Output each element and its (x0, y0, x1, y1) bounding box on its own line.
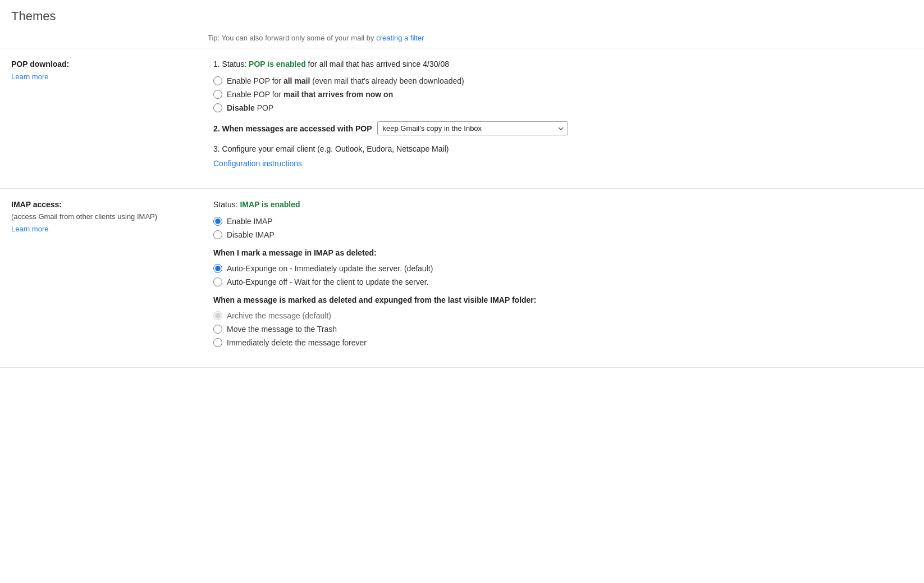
imap-deleted-section: When I mark a message in IMAP as deleted… (213, 248, 913, 286)
imap-expunged-section: When a message is marked as deleted and … (213, 295, 913, 347)
pop-step2: 2. When messages are accessed with POP k… (213, 121, 913, 135)
imap-auto-off-label: Auto-Expunge off - Wait for the client t… (227, 277, 429, 286)
pop-status-line: 1. Status: POP is enabled for all mail t… (213, 60, 913, 69)
pop-step3-label-bold: 3. Configure your email client (213, 144, 315, 153)
pop-download-row: POP download: Learn more 1. Status: POP … (0, 48, 924, 189)
imap-disable-option[interactable]: Disable IMAP (213, 230, 913, 239)
pop-learn-more-link[interactable]: Learn more (11, 72, 48, 81)
imap-trash-label: Move the message to the Trash (227, 325, 337, 334)
pop-content-cell: 1. Status: POP is enabled for all mail t… (191, 48, 924, 189)
imap-deleted-heading: When I mark a message in IMAP as deleted… (213, 248, 913, 257)
imap-expunged-group: Archive the message (default) Move the m… (213, 311, 913, 347)
imap-learn-more-link[interactable]: Learn more (11, 225, 48, 233)
imap-radio-trash[interactable] (213, 325, 222, 334)
pop-status-enabled: POP is enabled (249, 60, 306, 69)
imap-archive-label: Archive the message (default) (227, 311, 331, 320)
tip-text: Tip: You can also forward only some of y… (208, 34, 374, 42)
imap-radio-auto-off[interactable] (213, 277, 222, 286)
imap-auto-off-option[interactable]: Auto-Expunge off - Wait for the client t… (213, 277, 913, 286)
pop-option-now[interactable]: Enable POP for mail that arrives from no… (213, 90, 913, 99)
pop-label-cell: POP download: Learn more (0, 48, 191, 189)
imap-status-enabled: IMAP is enabled (240, 200, 300, 209)
imap-disable-label: Disable IMAP (227, 230, 275, 239)
pop-now-label: Enable POP for mail that arrives from no… (227, 90, 393, 99)
imap-label-cell: IMAP access: (access Gmail from other cl… (0, 189, 191, 368)
imap-archive-option[interactable]: Archive the message (default) (213, 311, 913, 320)
imap-radio-enable[interactable] (213, 217, 222, 226)
pop-status-suffix: for all mail that has arrived since 4/30… (306, 60, 449, 69)
imap-trash-option[interactable]: Move the message to the Trash (213, 325, 913, 334)
pop-label-title: POP download: (11, 60, 180, 69)
pop-options-group: Enable POP for all mail (even mail that'… (213, 76, 913, 112)
pop-step2-label: 2. When messages are accessed with POP (213, 124, 372, 133)
imap-enable-option[interactable]: Enable IMAP (213, 217, 913, 226)
pop-radio-all[interactable] (213, 76, 222, 85)
pop-step2-select[interactable]: keep Gmail's copy in the Inbox archive G… (377, 121, 568, 135)
tip-bar: Tip: You can also forward only some of y… (0, 29, 924, 48)
imap-expunged-heading: When a message is marked as deleted and … (213, 295, 913, 304)
creating-filter-link[interactable]: creating a filter (376, 34, 424, 42)
imap-label-subtitle: (access Gmail from other clients using I… (11, 212, 180, 221)
pop-step2-row: 2. When messages are accessed with POP k… (213, 121, 913, 135)
pop-radio-disable[interactable] (213, 103, 222, 112)
pop-radio-now[interactable] (213, 90, 222, 99)
imap-content-cell: Status: IMAP is enabled Enable IMAP Disa… (191, 189, 924, 368)
pop-disable-label: Disable POP (227, 103, 273, 112)
pop-option-all[interactable]: Enable POP for all mail (even mail that'… (213, 76, 913, 85)
imap-auto-on-option[interactable]: Auto-Expunge on - Immediately update the… (213, 264, 913, 273)
imap-status-prefix: Status: (213, 200, 240, 209)
imap-delete-label: Immediately delete the message forever (227, 338, 367, 347)
imap-status-line: Status: IMAP is enabled (213, 200, 913, 209)
pop-all-label: Enable POP for all mail (even mail that'… (227, 76, 464, 85)
imap-enable-label: Enable IMAP (227, 217, 273, 226)
pop-step3: 3. Configure your email client (e.g. Out… (213, 144, 913, 168)
imap-radio-auto-on[interactable] (213, 264, 222, 273)
imap-access-row: IMAP access: (access Gmail from other cl… (0, 189, 924, 368)
pop-step1: 1. Status: POP is enabled for all mail t… (213, 60, 913, 112)
page-title: Themes (0, 0, 924, 29)
pop-option-disable[interactable]: Disable POP (213, 103, 913, 112)
pop-step3-label: 3. Configure your email client (e.g. Out… (213, 144, 913, 153)
imap-enable-group: Enable IMAP Disable IMAP (213, 217, 913, 239)
imap-label-title: IMAP access: (11, 200, 180, 209)
settings-table: POP download: Learn more 1. Status: POP … (0, 48, 924, 368)
imap-auto-on-label: Auto-Expunge on - Immediately update the… (227, 264, 433, 273)
imap-radio-disable[interactable] (213, 230, 222, 239)
pop-step1-prefix: 1. Status: (213, 60, 249, 69)
imap-radio-archive (213, 311, 222, 320)
imap-deleted-group: Auto-Expunge on - Immediately update the… (213, 264, 913, 286)
configuration-instructions-link[interactable]: Configuration instructions (213, 159, 302, 168)
pop-step3-suffix: (e.g. Outlook, Eudora, Netscape Mail) (315, 144, 449, 153)
imap-delete-option[interactable]: Immediately delete the message forever (213, 338, 913, 347)
imap-radio-delete[interactable] (213, 338, 222, 347)
